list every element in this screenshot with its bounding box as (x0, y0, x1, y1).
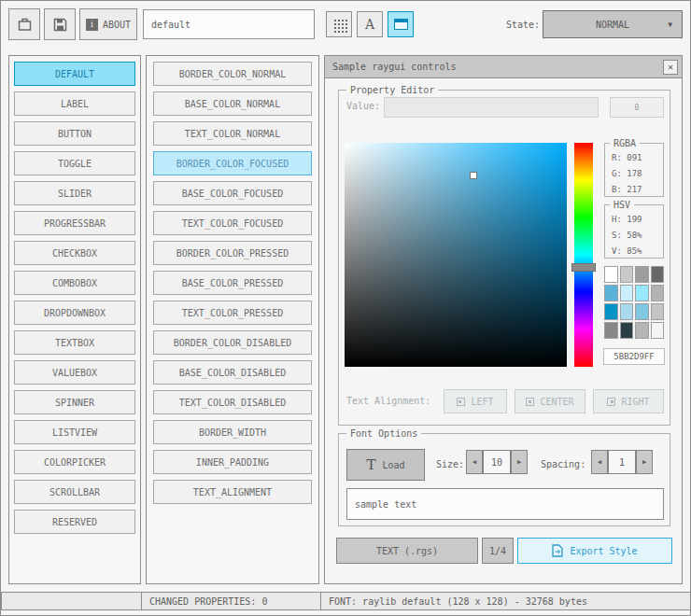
control-item-combobox[interactable]: COMBOBOX (14, 271, 135, 295)
palette-swatch[interactable] (604, 285, 618, 301)
palette-swatch[interactable] (620, 266, 634, 283)
property-item-border-color-normal[interactable]: BORDER_COLOR_NORMAL (153, 62, 312, 86)
align-left-label: LEFT (471, 397, 493, 407)
palette-swatch[interactable] (604, 266, 618, 283)
save-icon (52, 17, 68, 33)
control-item-listview[interactable]: LISTVIEW (14, 420, 135, 444)
property-item-base-color-disabled[interactable]: BASE_COLOR_DISABLED (153, 360, 312, 385)
property-item-border-color-pressed[interactable]: BORDER_COLOR_PRESSED (153, 241, 312, 265)
control-item-reserved[interactable]: RESERVED (14, 510, 135, 534)
property-item-border-width[interactable]: BORDER_WIDTH (153, 420, 312, 444)
control-item-default[interactable]: DEFAULT (14, 62, 135, 86)
property-item-inner-padding[interactable]: INNER_PADDING (153, 450, 312, 474)
property-item-base-color-focused[interactable]: BASE_COLOR_FOCUSED (153, 181, 312, 205)
text-alignment-label: Text Alignment: (346, 396, 430, 406)
property-item-text-color-pressed[interactable]: TEXT_COLOR_PRESSED (153, 301, 312, 325)
size-value[interactable]: 10 (483, 450, 511, 474)
control-item-slider[interactable]: SLIDER (14, 181, 135, 205)
hue-bar[interactable] (574, 143, 593, 367)
style-color-palette (604, 266, 664, 339)
font-button[interactable]: A (357, 11, 383, 37)
hex-value-box[interactable]: 5BB2D9FF (603, 348, 665, 365)
property-item-border-color-disabled[interactable]: BORDER_COLOR_DISABLED (153, 330, 312, 355)
align-left-button[interactable]: LEFT (444, 389, 507, 413)
control-item-scrollbar[interactable]: SCROLLBAR (14, 480, 135, 504)
control-item-button[interactable]: BUTTON (14, 121, 135, 146)
spacing-decrease-button[interactable]: ◀ (591, 450, 608, 474)
align-right-icon (607, 398, 615, 406)
value-apply-button[interactable]: 0 (610, 97, 664, 118)
control-item-label[interactable]: LABEL (14, 91, 135, 116)
sample-window-header[interactable]: Sample raygui controls (325, 56, 682, 78)
control-item-textbox[interactable]: TEXTBOX (14, 330, 135, 355)
rgba-title: RGBA (610, 137, 640, 149)
state-dropdown[interactable]: NORMAL ▼ (543, 10, 683, 38)
palette-swatch[interactable] (635, 303, 649, 320)
window-icon (394, 19, 408, 30)
grid-view-button[interactable] (326, 11, 352, 37)
hsv-v-value: V: 85% (612, 245, 663, 258)
property-item-text-color-focused[interactable]: TEXT_COLOR_FOCUSED (153, 211, 312, 235)
control-item-spinner[interactable]: SPINNER (14, 390, 135, 414)
size-increase-button[interactable]: ▶ (511, 450, 528, 474)
about-button-label: ABOUT (103, 20, 131, 30)
palette-swatch[interactable] (604, 303, 618, 320)
align-right-button[interactable]: RIGHT (593, 389, 664, 413)
arrow-left-icon: ◀ (472, 458, 476, 466)
load-font-button[interactable]: T Load (346, 449, 425, 481)
export-format-button[interactable]: TEXT (.rgs) (336, 538, 478, 564)
hsv-title: HSV (610, 199, 634, 211)
save-button[interactable] (44, 8, 76, 40)
palette-swatch[interactable] (651, 322, 665, 339)
status-font-info: FONT: raylib default (128 x 128) - 32768… (320, 592, 691, 610)
palette-swatch[interactable] (651, 266, 665, 283)
close-button[interactable]: ✕ (663, 60, 678, 75)
control-item-valuebox[interactable]: VALUEBOX (14, 360, 135, 385)
palette-swatch[interactable] (620, 285, 634, 301)
align-center-button[interactable]: CENTER (515, 389, 585, 413)
size-decrease-button[interactable]: ◀ (466, 450, 483, 474)
control-item-colorpicker[interactable]: COLORPICKER (14, 450, 135, 474)
control-item-dropdownbox[interactable]: DROPDOWNBOX (14, 301, 135, 325)
color-picker-cursor[interactable] (470, 172, 477, 179)
property-item-text-alignment[interactable]: TEXT_ALIGNMENT (153, 480, 312, 504)
control-item-checkbox[interactable]: CHECKBOX (14, 241, 135, 265)
property-item-base-color-normal[interactable]: BASE_COLOR_NORMAL (153, 91, 312, 116)
palette-swatch[interactable] (651, 303, 665, 320)
rgba-r-value: R: 091 (612, 151, 663, 164)
palette-swatch[interactable] (635, 285, 649, 301)
palette-swatch[interactable] (651, 285, 665, 301)
property-item-base-color-pressed[interactable]: BASE_COLOR_PRESSED (153, 271, 312, 295)
hue-slider-handle[interactable] (571, 263, 596, 272)
arrow-right-icon: ▶ (642, 458, 646, 466)
align-left-icon (457, 398, 465, 406)
property-editor-group: Property Editor Value: 0 RGBA R: 091 G: … (338, 90, 670, 426)
state-dropdown-value: NORMAL (596, 20, 629, 30)
value-input[interactable] (384, 97, 599, 118)
spacing-increase-button[interactable]: ▶ (636, 450, 653, 474)
palette-swatch[interactable] (635, 266, 649, 283)
hsv-group: HSV H: 199 S: 58% V: 85% (604, 204, 664, 259)
sample-text-box[interactable]: sample text (346, 488, 664, 520)
color-saturation-value-picker[interactable] (345, 143, 567, 367)
font-info-text: FONT: raylib default (128 x 128) - 32768… (329, 596, 587, 607)
export-style-button[interactable]: Export Style (517, 538, 672, 564)
control-item-progressbar[interactable]: PROGRESSBAR (14, 211, 135, 235)
export-style-label: Export Style (570, 546, 637, 556)
palette-swatch[interactable] (620, 303, 634, 320)
palette-swatch[interactable] (604, 322, 618, 339)
palette-swatch[interactable] (635, 322, 649, 339)
font-letter-icon: A (365, 17, 374, 32)
style-editor-button[interactable] (388, 11, 414, 37)
rgba-group: RGBA R: 091 G: 178 B: 217 (604, 143, 664, 197)
control-item-toggle[interactable]: TOGGLE (14, 151, 135, 175)
format-pager-button[interactable]: 1/4 (482, 538, 514, 564)
property-item-border-color-focused[interactable]: BORDER_COLOR_FOCUSED (153, 151, 312, 175)
property-item-text-color-normal[interactable]: TEXT_COLOR_NORMAL (153, 121, 312, 146)
palette-swatch[interactable] (620, 322, 634, 339)
about-button[interactable]: i ABOUT (79, 8, 137, 40)
spacing-value[interactable]: 1 (608, 450, 636, 474)
property-item-text-color-disabled[interactable]: TEXT_COLOR_DISABLED (153, 390, 312, 414)
style-name-input[interactable] (143, 9, 315, 39)
new-file-button[interactable] (8, 8, 40, 40)
